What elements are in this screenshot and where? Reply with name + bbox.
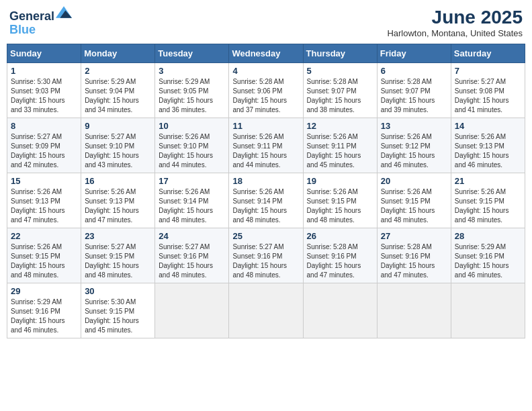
day-number: 17 — [159, 176, 225, 186]
day-number: 28 — [455, 231, 521, 241]
day-number: 1 — [11, 66, 77, 76]
day-info: Sunrise: 5:26 AM Sunset: 9:15 PM Dayligh… — [455, 187, 521, 225]
day-info: Sunrise: 5:26 AM Sunset: 9:14 PM Dayligh… — [232, 187, 299, 225]
day-number: 23 — [85, 231, 151, 241]
calendar-week-2: 8 Sunrise: 5:27 AM Sunset: 9:09 PM Dayli… — [7, 118, 525, 173]
page-header: General Blue June 2025 Harlowton, Montan… — [7, 7, 525, 38]
day-info: Sunrise: 5:27 AM Sunset: 9:08 PM Dayligh… — [455, 77, 521, 115]
calendar-cell: 24 Sunrise: 5:27 AM Sunset: 9:16 PM Dayl… — [155, 228, 229, 283]
calendar-cell: 6 Sunrise: 5:28 AM Sunset: 9:07 PM Dayli… — [377, 63, 451, 118]
month-title: June 2025 — [387, 7, 523, 28]
logo-icon — [56, 5, 72, 19]
day-number: 29 — [11, 286, 77, 296]
calendar-cell: 11 Sunrise: 5:26 AM Sunset: 9:11 PM Dayl… — [229, 118, 303, 173]
day-number: 5 — [307, 66, 373, 76]
day-number: 16 — [85, 176, 151, 186]
day-info: Sunrise: 5:27 AM Sunset: 9:16 PM Dayligh… — [232, 242, 299, 280]
day-number: 12 — [307, 121, 373, 131]
calendar-cell: 5 Sunrise: 5:28 AM Sunset: 9:07 PM Dayli… — [303, 63, 377, 118]
calendar-cell: 22 Sunrise: 5:26 AM Sunset: 9:15 PM Dayl… — [7, 228, 81, 283]
day-info: Sunrise: 5:30 AM Sunset: 9:15 PM Dayligh… — [85, 298, 151, 335]
day-info: Sunrise: 5:27 AM Sunset: 9:15 PM Dayligh… — [85, 242, 151, 280]
day-info: Sunrise: 5:29 AM Sunset: 9:16 PM Dayligh… — [11, 298, 77, 335]
calendar-cell: 29 Sunrise: 5:29 AM Sunset: 9:16 PM Dayl… — [7, 283, 81, 338]
calendar-cell: 15 Sunrise: 5:26 AM Sunset: 9:13 PM Dayl… — [7, 173, 81, 228]
day-number: 19 — [307, 176, 373, 186]
day-info: Sunrise: 5:27 AM Sunset: 9:10 PM Dayligh… — [85, 132, 151, 170]
calendar-cell: 2 Sunrise: 5:29 AM Sunset: 9:04 PM Dayli… — [81, 63, 155, 118]
day-info: Sunrise: 5:26 AM Sunset: 9:15 PM Dayligh… — [307, 187, 373, 225]
day-number: 13 — [381, 121, 447, 131]
col-header-sunday: Sunday — [7, 44, 81, 63]
day-number: 9 — [85, 121, 151, 131]
calendar-cell: 20 Sunrise: 5:26 AM Sunset: 9:15 PM Dayl… — [377, 173, 451, 228]
calendar-week-4: 22 Sunrise: 5:26 AM Sunset: 9:15 PM Dayl… — [7, 228, 525, 283]
day-number: 4 — [232, 66, 299, 76]
calendar-cell — [155, 283, 229, 338]
day-number: 10 — [159, 121, 225, 131]
day-info: Sunrise: 5:28 AM Sunset: 9:16 PM Dayligh… — [307, 242, 373, 280]
calendar-cell: 27 Sunrise: 5:28 AM Sunset: 9:16 PM Dayl… — [377, 228, 451, 283]
calendar-header-row: SundayMondayTuesdayWednesdayThursdayFrid… — [7, 44, 525, 63]
day-info: Sunrise: 5:26 AM Sunset: 9:11 PM Dayligh… — [307, 132, 373, 170]
col-header-friday: Friday — [377, 44, 451, 63]
calendar-cell: 19 Sunrise: 5:26 AM Sunset: 9:15 PM Dayl… — [303, 173, 377, 228]
day-info: Sunrise: 5:26 AM Sunset: 9:12 PM Dayligh… — [381, 132, 447, 170]
day-info: Sunrise: 5:26 AM Sunset: 9:11 PM Dayligh… — [232, 132, 299, 170]
day-info: Sunrise: 5:26 AM Sunset: 9:15 PM Dayligh… — [381, 187, 447, 225]
day-info: Sunrise: 5:26 AM Sunset: 9:13 PM Dayligh… — [11, 187, 77, 225]
calendar-week-3: 15 Sunrise: 5:26 AM Sunset: 9:13 PM Dayl… — [7, 173, 525, 228]
day-number: 26 — [307, 231, 373, 241]
calendar-week-1: 1 Sunrise: 5:30 AM Sunset: 9:03 PM Dayli… — [7, 63, 525, 118]
calendar-cell: 17 Sunrise: 5:26 AM Sunset: 9:14 PM Dayl… — [155, 173, 229, 228]
day-number: 21 — [455, 176, 521, 186]
day-info: Sunrise: 5:26 AM Sunset: 9:13 PM Dayligh… — [455, 132, 521, 170]
logo-text: General — [9, 7, 72, 24]
day-number: 27 — [381, 231, 447, 241]
calendar-cell: 10 Sunrise: 5:26 AM Sunset: 9:10 PM Dayl… — [155, 118, 229, 173]
col-header-monday: Monday — [81, 44, 155, 63]
calendar-cell — [303, 283, 377, 338]
day-info: Sunrise: 5:27 AM Sunset: 9:16 PM Dayligh… — [159, 242, 225, 280]
calendar-cell — [451, 283, 525, 338]
calendar-cell — [377, 283, 451, 338]
day-info: Sunrise: 5:29 AM Sunset: 9:04 PM Dayligh… — [85, 77, 151, 115]
calendar-cell: 21 Sunrise: 5:26 AM Sunset: 9:15 PM Dayl… — [451, 173, 525, 228]
day-number: 14 — [455, 121, 521, 131]
calendar-table: SundayMondayTuesdayWednesdayThursdayFrid… — [7, 44, 525, 338]
calendar-cell: 8 Sunrise: 5:27 AM Sunset: 9:09 PM Dayli… — [7, 118, 81, 173]
calendar-cell: 4 Sunrise: 5:28 AM Sunset: 9:06 PM Dayli… — [229, 63, 303, 118]
day-info: Sunrise: 5:27 AM Sunset: 9:09 PM Dayligh… — [11, 132, 77, 170]
day-number: 3 — [159, 66, 225, 76]
day-info: Sunrise: 5:28 AM Sunset: 9:06 PM Dayligh… — [232, 77, 299, 115]
day-info: Sunrise: 5:26 AM Sunset: 9:13 PM Dayligh… — [85, 187, 151, 225]
calendar-cell: 12 Sunrise: 5:26 AM Sunset: 9:11 PM Dayl… — [303, 118, 377, 173]
calendar-cell: 13 Sunrise: 5:26 AM Sunset: 9:12 PM Dayl… — [377, 118, 451, 173]
day-number: 15 — [11, 176, 77, 186]
day-number: 11 — [232, 121, 299, 131]
calendar-cell: 26 Sunrise: 5:28 AM Sunset: 9:16 PM Dayl… — [303, 228, 377, 283]
calendar-cell: 16 Sunrise: 5:26 AM Sunset: 9:13 PM Dayl… — [81, 173, 155, 228]
day-number: 8 — [11, 121, 77, 131]
logo: General Blue — [9, 7, 72, 37]
day-number: 6 — [381, 66, 447, 76]
calendar-cell: 1 Sunrise: 5:30 AM Sunset: 9:03 PM Dayli… — [7, 63, 81, 118]
calendar-cell: 9 Sunrise: 5:27 AM Sunset: 9:10 PM Dayli… — [81, 118, 155, 173]
calendar-cell: 25 Sunrise: 5:27 AM Sunset: 9:16 PM Dayl… — [229, 228, 303, 283]
logo-text-blue: Blue — [9, 24, 72, 37]
calendar-cell: 28 Sunrise: 5:29 AM Sunset: 9:16 PM Dayl… — [451, 228, 525, 283]
day-number: 2 — [85, 66, 151, 76]
day-info: Sunrise: 5:29 AM Sunset: 9:16 PM Dayligh… — [455, 242, 521, 280]
day-info: Sunrise: 5:28 AM Sunset: 9:07 PM Dayligh… — [307, 77, 373, 115]
col-header-wednesday: Wednesday — [229, 44, 303, 63]
calendar-cell: 30 Sunrise: 5:30 AM Sunset: 9:15 PM Dayl… — [81, 283, 155, 338]
day-number: 25 — [232, 231, 299, 241]
day-number: 7 — [455, 66, 521, 76]
day-info: Sunrise: 5:28 AM Sunset: 9:16 PM Dayligh… — [381, 242, 447, 280]
day-info: Sunrise: 5:30 AM Sunset: 9:03 PM Dayligh… — [11, 77, 77, 115]
day-info: Sunrise: 5:26 AM Sunset: 9:14 PM Dayligh… — [159, 187, 225, 225]
day-number: 20 — [381, 176, 447, 186]
title-area: June 2025 Harlowton, Montana, United Sta… — [387, 7, 523, 38]
day-number: 30 — [85, 286, 151, 296]
day-info: Sunrise: 5:29 AM Sunset: 9:05 PM Dayligh… — [159, 77, 225, 115]
